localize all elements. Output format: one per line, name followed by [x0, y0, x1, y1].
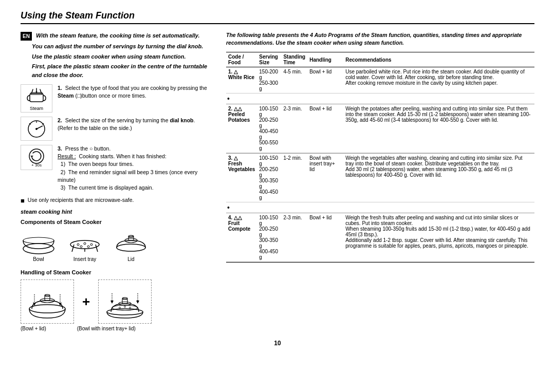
svg-marker-49	[136, 301, 139, 304]
lid-label: Lid	[127, 256, 134, 262]
intro-line3: Use the plastic steam cooker when using …	[32, 52, 216, 61]
col-standing-time: StandingTime	[281, 52, 307, 67]
dial-knob-icon	[24, 120, 49, 138]
left-column: EN With the steam feature, the cooking t…	[21, 31, 216, 331]
svg-line-2	[40, 89, 41, 92]
intro-line2: You can adjust the number of servings by…	[32, 42, 216, 51]
table-row-potatoes: 2. △△ Peeled Potatoes 100-150 g200-250 g…	[226, 104, 534, 153]
svg-point-42	[130, 307, 131, 309]
table-row-vegetables: 3. △ Fresh Vegetables 100-150 g200-250 g…	[226, 154, 534, 202]
svg-point-26	[117, 244, 145, 251]
svg-point-41	[124, 306, 126, 308]
svg-point-5	[36, 91, 38, 93]
lid-component: Lid	[113, 229, 149, 262]
white-rice-standing: 4-5 min.	[281, 67, 307, 94]
svg-point-30	[29, 305, 65, 313]
svg-text:+ 30s: + 30s	[31, 163, 42, 167]
bullet-cell-3: •	[226, 202, 534, 213]
bowl-label: Bowl	[33, 256, 44, 262]
lid-icon	[113, 229, 149, 255]
table-header-row: Code /Food ServingSize StandingTime Hand…	[226, 52, 534, 67]
svg-point-16	[23, 237, 54, 244]
caption-bowl-lid: (Bowl + lid)	[21, 326, 46, 331]
fruit-code: 4. △△ Fruit Compote	[226, 213, 257, 262]
start-button-icon: + 30s	[26, 148, 47, 167]
potatoes-code: 2. △△ Peeled Potatoes	[226, 104, 257, 153]
svg-point-18	[77, 244, 79, 246]
svg-point-40	[119, 307, 121, 309]
steps-section: Steam 1. Select the type of food that yo…	[21, 84, 216, 192]
potatoes-handling: Bowl + lid	[307, 104, 343, 153]
svg-point-11	[35, 128, 38, 130]
table-final-row	[226, 262, 534, 263]
potatoes-standing: 2-3 min.	[281, 104, 307, 153]
svg-line-23	[72, 245, 74, 252]
svg-point-22	[87, 246, 89, 248]
step-2-icon	[21, 117, 52, 141]
page-container: Using the Steam Function EN With the ste…	[21, 10, 534, 347]
svg-point-19	[84, 242, 86, 245]
bullet-cell-1: •	[226, 94, 534, 104]
intro-line4: First, place the plastic steam cooker in…	[32, 62, 216, 79]
step-1-row: Steam 1. Select the type of food that yo…	[21, 84, 216, 113]
page-number: 10	[21, 340, 534, 347]
fruit-serving: 100-150 g200-250 g300-350 g400-450 g	[257, 213, 281, 262]
step-1-icon: Steam	[21, 84, 52, 113]
svg-line-10	[36, 126, 43, 129]
fruit-recommendations: Weigh the fresh fruits after peeling and…	[343, 213, 534, 262]
steam-icon	[27, 87, 46, 105]
bullet-row-1: •	[226, 94, 534, 104]
step-1-text: 1. Select the type of food that you are …	[58, 84, 216, 100]
svg-point-20	[90, 244, 92, 246]
svg-line-24	[96, 245, 98, 252]
hint-title: steam cooking hint	[21, 209, 216, 215]
table-row-white-rice: 1. △ White Rice 150-200 g250-300 g 4-5 m…	[226, 67, 534, 94]
svg-line-0	[32, 89, 33, 92]
right-column: The following table presents the 4 Auto …	[226, 31, 534, 331]
plus-sign: +	[82, 294, 90, 310]
bowl-lid-assembly-icon	[24, 283, 70, 319]
intro-line1: With the steam feature, the cooking time…	[36, 32, 200, 39]
intro-block: EN With the steam feature, the cooking t…	[21, 31, 216, 79]
bowl-icon	[21, 229, 57, 255]
white-rice-code: 1. △ White Rice	[226, 67, 257, 94]
svg-marker-47	[110, 301, 114, 304]
main-layout: EN With the steam feature, the cooking t…	[21, 31, 534, 331]
vegetables-handling: Bowl with insert tray+ lid	[307, 154, 343, 202]
right-intro: The following table presents the 4 Auto …	[226, 31, 534, 47]
vegetables-code: 3. △ Fresh Vegetables	[226, 154, 257, 202]
insert-tray-label: Insert tray	[73, 256, 96, 262]
potatoes-serving: 100-150 g200-250 g400-450 g500-550 g	[257, 104, 281, 153]
bowl-tray-lid-diagram	[98, 279, 152, 324]
components-row: Bowl	[21, 229, 216, 262]
caption-row: (Bowl + lid) (Bowl with insert tray+ lid…	[21, 326, 216, 331]
step-3-row: + 30s 3. Press the ○ button. Result : Co…	[21, 145, 216, 192]
handling-title: Handling of Steam Cooker	[21, 269, 216, 275]
col-serving-size: ServingSize	[257, 52, 281, 67]
step-1-label: Steam	[30, 106, 43, 111]
svg-point-38	[107, 309, 143, 315]
white-rice-recommendations: Use parboiled white rice. Put rice into …	[343, 67, 534, 94]
components-title: Components of Steam Cooker	[21, 219, 216, 225]
bowl-lid-diagram	[21, 279, 74, 324]
fruit-standing: 2-3 min.	[281, 213, 307, 262]
en-badge: EN	[21, 32, 32, 41]
bowl-tray-lid-assembly-icon	[102, 283, 148, 319]
insert-tray-icon	[67, 229, 103, 255]
table-row-fruit: 4. △△ Fruit Compote 100-150 g200-250 g30…	[226, 213, 534, 262]
vegetables-standing: 1-2 min.	[281, 154, 307, 202]
fruit-handling: Bowl + lid	[307, 213, 343, 262]
bowl-component: Bowl	[21, 229, 57, 262]
microwave-note: ■ Use only recipients that are microwave…	[21, 197, 216, 204]
step-3-text: 3. Press the ○ button. Result : Cooking …	[58, 145, 216, 192]
svg-marker-13	[30, 156, 33, 157]
handling-row: +	[21, 279, 216, 324]
white-rice-handling: Bowl + lid	[307, 67, 343, 94]
col-handling: Handling	[307, 52, 343, 67]
step-3-icon: + 30s	[21, 145, 52, 170]
caption-bowl-tray-lid: (Bowl with insert tray+ lid)	[77, 326, 136, 331]
step-2-row: 2. Select the size of the serving by tur…	[21, 117, 216, 141]
bullet-row-3: •	[226, 202, 534, 213]
vegetables-recommendations: Weigh the vegetables after washing, clea…	[343, 154, 534, 202]
steam-table: Code /Food ServingSize StandingTime Hand…	[226, 52, 534, 263]
